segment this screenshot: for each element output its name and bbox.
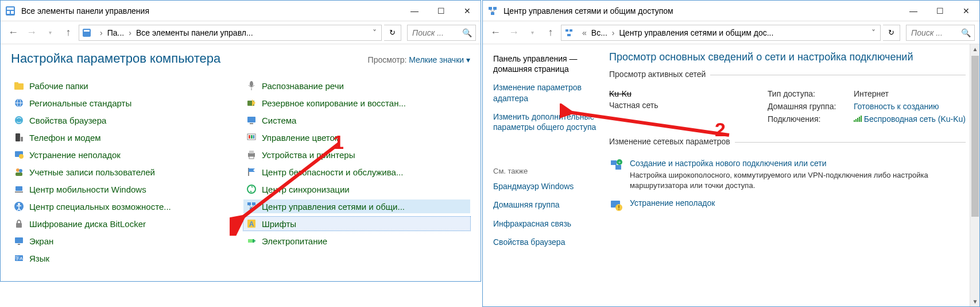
task-new-connection[interactable]: + Создание и настройка нового подключени… — [609, 159, 966, 190]
window-title: Центр управления сетями и общим доступом — [503, 6, 900, 16]
window-controls: — ☐ ✕ — [401, 1, 481, 21]
minimize-button[interactable]: — — [401, 1, 428, 21]
address-icon — [82, 28, 92, 38]
svg-point-8 — [250, 81, 253, 87]
recent-dropdown[interactable]: ▾ — [524, 25, 540, 41]
refresh-button[interactable]: ↻ — [384, 25, 401, 41]
svg-rect-32 — [16, 186, 22, 191]
homegroup-value[interactable]: Готовность к созданию — [854, 102, 939, 111]
sidebar-home[interactable]: Панель управления — домашняя страница — [493, 53, 596, 74]
sidebar-browser-props[interactable]: Свойства браузера — [493, 237, 596, 247]
cp-item-mobility-center[interactable]: Центр мобильности Windows — [11, 182, 238, 196]
forward-button[interactable]: → — [506, 25, 522, 41]
svg-rect-66 — [618, 205, 619, 208]
sidebar-sharing-settings[interactable]: Изменить дополнительные параметры общего… — [493, 112, 596, 132]
svg-rect-54 — [491, 12, 494, 15]
task-troubleshoot[interactable]: Устранение неполадок — [609, 198, 966, 212]
up-button[interactable]: ↑ — [543, 25, 559, 41]
svg-line-56 — [493, 10, 495, 12]
svg-rect-2 — [7, 11, 10, 14]
address-dropdown[interactable]: ˅ — [370, 28, 379, 37]
network-center-window: Центр управления сетями и общим доступом… — [482, 0, 980, 307]
forward-button[interactable]: → — [24, 25, 40, 41]
annotation-number-2: 2 — [715, 118, 726, 141]
search-icon: 🔍 — [961, 28, 971, 37]
maximize-button[interactable]: ☐ — [428, 1, 454, 21]
svg-rect-53 — [493, 7, 497, 10]
close-button[interactable]: ✕ — [953, 1, 979, 21]
up-button[interactable]: ↑ — [60, 25, 76, 41]
task-title: Устранение неполадок — [630, 198, 715, 208]
svg-rect-57 — [565, 29, 568, 32]
cp-item-color[interactable]: Управление цветом — [243, 131, 470, 144]
breadcrumb-2[interactable]: Все элементы панели управл... — [134, 28, 255, 37]
svg-rect-52 — [489, 7, 492, 10]
cp-item-fonts[interactable]: AШрифты — [243, 217, 470, 231]
sidebar-infrared[interactable]: Инфракрасная связь — [493, 218, 596, 229]
phone-icon — [13, 132, 25, 143]
back-button[interactable]: ← — [5, 25, 21, 41]
svg-point-67 — [618, 209, 619, 210]
breadcrumb-2[interactable]: Центр управления сетями и общим дос... — [617, 28, 776, 37]
internet-icon — [13, 114, 25, 126]
cp-item-user-accounts[interactable]: Учетные записи пользователей — [11, 165, 238, 179]
connections-value[interactable]: Беспроводная сеть (Ku-Ku) — [854, 114, 966, 124]
flag-icon — [246, 166, 257, 178]
cp-item-language[interactable]: 字AЯзык — [11, 251, 238, 265]
refresh-button[interactable]: ↻ — [883, 25, 900, 41]
svg-line-40 — [249, 205, 251, 208]
svg-rect-27 — [249, 156, 254, 159]
maximize-button[interactable]: ☐ — [927, 1, 953, 21]
cp-item-security-center[interactable]: Центр безопасности и обслужива... — [243, 165, 470, 179]
view-mode-dropdown[interactable]: Мелкие значки ▾ — [409, 55, 470, 64]
search-box[interactable]: 🔍 — [906, 25, 975, 41]
svg-rect-5 — [84, 30, 90, 32]
close-button[interactable]: ✕ — [454, 1, 481, 21]
svg-rect-3 — [11, 11, 14, 14]
sidebar-adapter-settings[interactable]: Изменение параметров адаптера — [493, 82, 596, 103]
back-button[interactable]: ← — [487, 25, 503, 41]
cp-item-internet-options[interactable]: Свойства браузера — [11, 113, 238, 127]
cp-item-power[interactable]: Электропитание — [243, 234, 470, 248]
cp-item-sync-center[interactable]: Центр синхронизации — [243, 182, 470, 196]
scroll-down-button[interactable]: ▼ — [970, 297, 979, 306]
cp-item-system[interactable]: Система — [243, 113, 470, 127]
svg-rect-37 — [247, 202, 251, 205]
titlebar: Центр управления сетями и общим доступом… — [483, 1, 979, 21]
breadcrumb-sep: › — [99, 28, 104, 37]
microphone-icon — [246, 80, 257, 91]
users-icon — [13, 166, 25, 178]
cp-item-phone-modem[interactable]: Телефон и модем — [11, 131, 238, 144]
address-bar[interactable]: « Вс... › Центр управления сетями и общи… — [561, 25, 881, 41]
cp-item-accessibility[interactable]: Центр специальных возможносте... — [11, 199, 238, 213]
address-bar[interactable]: › Па... › Все элементы панели управл... … — [79, 25, 382, 41]
cp-item-work-folders[interactable]: Рабочие папки — [11, 79, 238, 93]
sidebar-homegroup[interactable]: Домашняя группа — [493, 199, 596, 210]
cp-item-region[interactable]: Региональные стандарты — [11, 96, 238, 110]
search-box[interactable]: 🔍 — [407, 25, 476, 41]
recent-dropdown[interactable]: ▾ — [42, 25, 58, 41]
minimize-button[interactable]: — — [900, 1, 927, 21]
breadcrumb-1[interactable]: Вс... — [589, 28, 610, 37]
svg-point-24 — [19, 154, 24, 159]
search-input[interactable] — [411, 28, 459, 38]
network-name: Ku-Ku — [609, 89, 659, 98]
breadcrumb-1[interactable]: Па... — [105, 28, 127, 37]
sidebar-firewall[interactable]: Брандмауэр Windows — [493, 181, 596, 191]
content-area: Настройка параметров компьютера Просмотр… — [1, 44, 481, 272]
cp-item-speech[interactable]: Распознавание речи — [243, 79, 470, 93]
scrollbar-thumb[interactable] — [971, 56, 979, 217]
address-dropdown[interactable]: ˅ — [869, 28, 878, 37]
cp-item-display[interactable]: Экран — [11, 234, 238, 248]
svg-point-29 — [19, 169, 22, 172]
cp-item-bitlocker[interactable]: Шифрование диска BitLocker — [11, 217, 238, 231]
breadcrumb-sep: › — [127, 28, 133, 37]
cp-item-network-sharing[interactable]: Центр управления сетями и общи... — [243, 199, 470, 213]
scroll-up-button[interactable]: ▲ — [970, 44, 979, 54]
toolbar: ← → ▾ ↑ « Вс... › Центр управления сетям… — [483, 21, 979, 44]
cp-item-backup[interactable]: Резервное копирование и восстан... — [243, 96, 470, 110]
cp-item-devices-printers[interactable]: Устройства и принтеры — [243, 148, 470, 162]
cp-item-troubleshoot[interactable]: Устранение неполадок — [11, 148, 238, 162]
search-input[interactable] — [910, 28, 958, 38]
vertical-scrollbar[interactable]: ▲ ▼ — [970, 44, 979, 306]
